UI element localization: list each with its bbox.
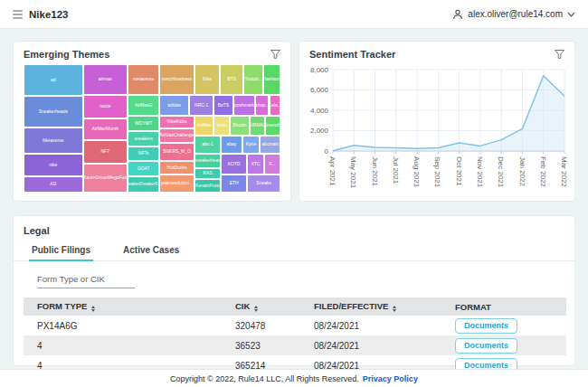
- treemap-cell[interactable]: SNKRS_M_O: [159, 143, 194, 161]
- tab-active-cases[interactable]: Active Cases: [120, 241, 182, 260]
- treemap-cell[interactable]: F...: [264, 154, 280, 175]
- column-header: FORMAT: [455, 297, 566, 316]
- svg-text:May 2021: May 2021: [349, 156, 357, 189]
- treemap-cell[interactable]: nocta: [83, 95, 128, 118]
- treemap-cell[interactable]: AIRMAX: [250, 116, 266, 136]
- column-header[interactable]: CIK: [235, 297, 314, 316]
- sort-icon[interactable]: [393, 306, 396, 312]
- treemap-cell[interactable]: metaverse: [128, 64, 159, 95]
- treemap-cell[interactable]: NikeKicks: [159, 116, 194, 128]
- svg-text:Feb 2022: Feb 2022: [539, 156, 547, 187]
- sort-icon[interactable]: [91, 306, 95, 312]
- svg-text:8,000: 8,000: [310, 66, 329, 74]
- treemap-cell[interactable]: KOTD: [221, 154, 247, 175]
- documents-button[interactable]: Documents: [455, 318, 517, 334]
- sort-icon[interactable]: [254, 306, 258, 312]
- sentiment-tracker-card: Sentiment Tracker 02,0004,0006,0008,000A…: [299, 41, 575, 202]
- filter-funnel-icon[interactable]: [555, 50, 564, 59]
- treemap-cell[interactable]: sneakers: [128, 131, 159, 146]
- treemap-cell[interactable]: AD: [24, 176, 83, 193]
- user-email: alex.oliver@rule14.com: [468, 9, 563, 19]
- treemap-cell[interactable]: Kyrie: [242, 136, 261, 154]
- table-row: PX14A6G32047808/24/2021Documents: [24, 316, 566, 335]
- treemap-cell[interactable]: WDYWT: [128, 116, 159, 131]
- treemap-cell[interactable]: Givenchy: [265, 116, 280, 136]
- column-header[interactable]: FILED/EFFECTIVE: [314, 297, 455, 316]
- treemap-cell[interactable]: Bitcoin: [230, 116, 250, 136]
- treemap-cell[interactable]: Kela...: [270, 95, 280, 116]
- table-cell: 4: [24, 335, 235, 355]
- svg-text:6,000: 6,000: [310, 86, 329, 94]
- legal-title: Legal: [14, 216, 574, 241]
- treemap-cell[interactable]: poshmark: [233, 95, 255, 116]
- treemap-cell[interactable]: sneakerhead: [194, 154, 221, 168]
- svg-text:Sep 2021: Sep 2021: [433, 156, 441, 188]
- treemap-cell[interactable]: HotDunks: [159, 161, 194, 175]
- svg-text:Jan 2022: Jan 2022: [518, 156, 526, 186]
- treemap-cell[interactable]: NFT: [83, 140, 128, 164]
- user-menu[interactable]: alex.oliver@rule14.com: [452, 9, 575, 20]
- treemap-cell[interactable]: AirMaxG: [128, 95, 159, 116]
- treemap-cell[interactable]: XTC: [247, 154, 264, 175]
- svg-text:0: 0: [325, 147, 329, 156]
- page: Nike123 alex.oliver@rule14.com Emerging …: [0, 0, 588, 387]
- treemap-cell[interactable]: abcmart: [260, 136, 280, 154]
- table-row: 43652308/24/2021Documents: [24, 335, 566, 355]
- svg-text:Dec 2021: Dec 2021: [497, 156, 505, 188]
- privacy-policy-link[interactable]: Privacy Policy: [363, 374, 418, 383]
- hamburger-menu-icon[interactable]: [13, 10, 23, 19]
- treemap-cell[interactable]: Sneaks: [247, 175, 280, 193]
- format-cell: Documents: [455, 335, 566, 355]
- tab-public-filings[interactable]: Public Filings: [29, 241, 93, 260]
- chevron-down-icon: [567, 12, 575, 17]
- user-icon: [452, 9, 463, 20]
- filter-funnel-icon[interactable]: [270, 50, 280, 59]
- treemap-cell[interactable]: adidas: [159, 95, 189, 116]
- svg-text:Oct 2021: Oct 2021: [455, 156, 463, 186]
- treemap-cell[interactable]: KarenGrinerMegaFan: [83, 164, 128, 193]
- treemap-cell[interactable]: KerwinFrost: [194, 179, 221, 193]
- treemap-cell[interactable]: GOAT: [128, 161, 159, 176]
- treemap-cell[interactable]: RAS: [194, 168, 221, 179]
- treemap-cell[interactable]: shop...: [255, 95, 269, 116]
- treemap-cell[interactable]: NRC-1: [189, 95, 213, 116]
- table-cell: 08/24/2021: [314, 316, 455, 335]
- treemap-cell[interactable]: ETH: [221, 175, 247, 193]
- treemap-cell[interactable]: airmax: [83, 64, 128, 95]
- treemap-cell[interactable]: BoTS: [213, 95, 233, 116]
- emerging-themes-card: Emerging Themes adSneakerheadsMetaversen…: [13, 41, 291, 202]
- treemap-cell[interactable]: BTS: [220, 64, 243, 95]
- legal-tabs: Public FilingsActive Cases: [14, 241, 574, 261]
- treemap-cell[interactable]: SneakerFreakerFam: [128, 176, 159, 193]
- treemap-cell[interactable]: fashion: [263, 64, 280, 95]
- brand-name: Nike123: [29, 9, 68, 20]
- svg-text:2,000: 2,000: [310, 127, 329, 135]
- treemap-cell[interactable]: abc-1: [194, 136, 221, 154]
- svg-text:Jul 2021: Jul 2021: [392, 156, 400, 184]
- treemap-cell[interactable]: ebay: [221, 136, 242, 154]
- footer: Copyright © 2022, Rule14 LLC, All Rights…: [0, 369, 588, 387]
- table-cell: PX14A6G: [24, 316, 235, 335]
- sentiment-chart: 02,0004,0006,0008,000Apr 2021May 2021Jun…: [302, 64, 570, 198]
- treemap-cell[interactable]: AirMaxChallenge: [159, 128, 194, 143]
- svg-text:4,000: 4,000: [310, 107, 329, 115]
- treemap-cell[interactable]: ad: [24, 64, 83, 96]
- treemap-cell[interactable]: Sneakerheads: [24, 96, 83, 127]
- treemap-cell[interactable]: kicks: [213, 116, 230, 136]
- form-type-cik-input[interactable]: [37, 274, 135, 288]
- treemap-cell[interactable]: Youtub...: [243, 64, 263, 95]
- column-header[interactable]: FORM TYPE: [24, 297, 235, 316]
- treemap-cell[interactable]: yearresolution...: [159, 175, 194, 193]
- sentiment-tracker-title: Sentiment Tracker: [309, 49, 395, 60]
- documents-button[interactable]: Documents: [455, 338, 517, 354]
- treemap-cell[interactable]: AirMax: [194, 116, 214, 136]
- treemap-cell[interactable]: Nike: [194, 64, 220, 95]
- treemap-cell[interactable]: NFTs: [128, 146, 159, 161]
- treemap-cell[interactable]: AirMaxMonth: [83, 118, 128, 140]
- svg-text:Apr 2021: Apr 2021: [328, 156, 337, 186]
- brand: Nike123: [13, 9, 68, 20]
- treemap-cell[interactable]: Metaverse: [24, 127, 83, 154]
- treemap-cell[interactable]: nike: [24, 154, 83, 176]
- svg-text:Jun 2021: Jun 2021: [371, 156, 379, 186]
- treemap-cell[interactable]: merchbusiness: [159, 64, 194, 95]
